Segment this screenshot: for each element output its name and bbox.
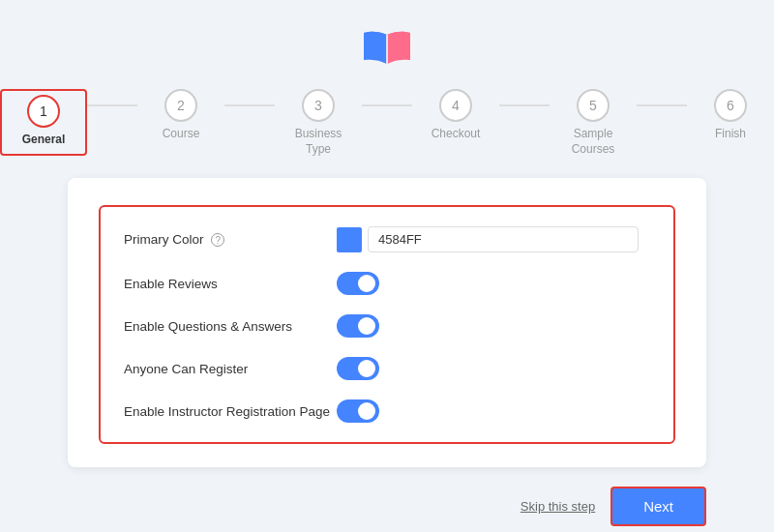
anyone-register-slider	[337, 357, 379, 380]
enable-qa-row: Enable Questions & Answers	[124, 314, 650, 338]
step-4-circle: 4	[439, 89, 472, 122]
bottom-actions: Skip this step Next	[68, 487, 706, 526]
anyone-register-toggle[interactable]	[337, 357, 379, 380]
step-4-label: Checkout	[432, 127, 481, 142]
card-inner: Primary Color ? Enable Reviews Enable Qu…	[99, 205, 675, 444]
logo-area	[358, 21, 416, 72]
step-5-label: SampleCourses	[572, 127, 615, 157]
enable-instructor-slider	[337, 399, 379, 423]
step-line-2	[224, 104, 275, 106]
enable-instructor-row: Enable Instructor Registration Page	[124, 399, 650, 423]
enable-reviews-slider	[337, 272, 379, 295]
step-3-circle: 3	[302, 89, 335, 122]
main-card: Primary Color ? Enable Reviews Enable Qu…	[68, 178, 706, 467]
step-1-circle: 1	[27, 95, 60, 128]
skip-button[interactable]: Skip this step	[521, 499, 595, 514]
enable-instructor-label: Enable Instructor Registration Page	[124, 404, 337, 419]
anyone-register-label: Anyone Can Register	[124, 362, 337, 376]
step-6-label: Finish	[715, 127, 746, 142]
step-1-label: General	[22, 133, 66, 148]
enable-qa-slider	[337, 314, 379, 338]
step-6-circle: 6	[714, 89, 747, 122]
book-logo-icon	[358, 21, 416, 68]
step-2-circle: 2	[164, 89, 197, 122]
step-5-circle: 5	[577, 89, 610, 122]
enable-instructor-toggle[interactable]	[337, 399, 379, 423]
enable-reviews-row: Enable Reviews	[124, 272, 650, 295]
step-line-1	[87, 104, 137, 106]
step-5-sample[interactable]: 5 SampleCourses	[550, 89, 637, 157]
color-text-input[interactable]	[368, 226, 639, 252]
enable-qa-label: Enable Questions & Answers	[124, 319, 337, 334]
step-1-general[interactable]: 1 General	[0, 89, 87, 156]
step-3-label: BusinessType	[295, 127, 342, 157]
primary-color-info-icon[interactable]: ?	[211, 233, 224, 247]
primary-color-row: Primary Color ?	[124, 226, 650, 252]
enable-qa-toggle[interactable]	[337, 314, 379, 338]
step-line-3	[362, 104, 412, 106]
step-6-finish[interactable]: 6 Finish	[687, 89, 774, 142]
step-line-4	[499, 104, 550, 106]
steps-container: 1 General 2 Course 3 BusinessType 4 Chec…	[0, 89, 774, 157]
step-3-business[interactable]: 3 BusinessType	[275, 89, 362, 157]
primary-color-label: Primary Color ?	[124, 232, 337, 247]
step-2-label: Course	[163, 127, 200, 142]
enable-reviews-label: Enable Reviews	[124, 277, 337, 291]
anyone-register-row: Anyone Can Register	[124, 357, 650, 380]
color-input-group	[337, 226, 650, 252]
color-swatch[interactable]	[337, 227, 362, 252]
step-2-course[interactable]: 2 Course	[137, 89, 224, 142]
next-button[interactable]: Next	[610, 487, 706, 526]
step-4-checkout[interactable]: 4 Checkout	[412, 89, 499, 142]
step-line-5	[637, 104, 687, 106]
enable-reviews-toggle[interactable]	[337, 272, 379, 295]
